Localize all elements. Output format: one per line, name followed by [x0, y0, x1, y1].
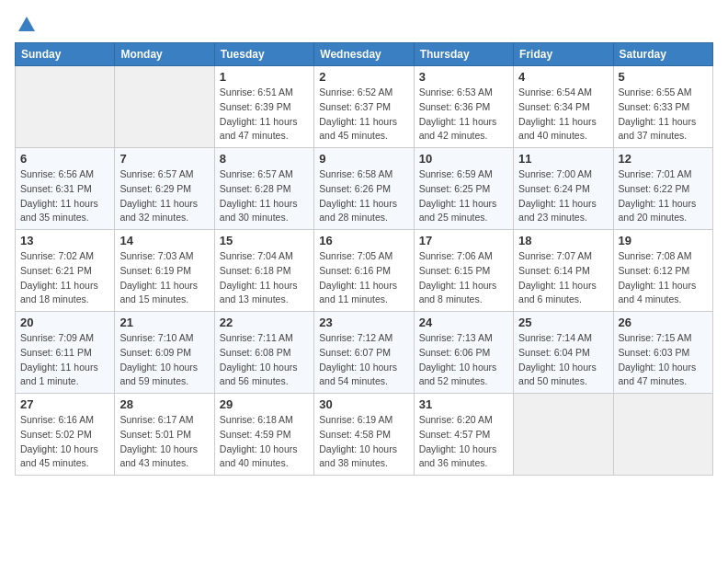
day-number: 17 — [419, 234, 508, 247]
week-row-5: 27Sunrise: 6:16 AMSunset: 5:02 PMDayligh… — [16, 394, 713, 476]
day-cell: 26Sunrise: 7:15 AMSunset: 6:03 PMDayligh… — [613, 312, 712, 394]
day-cell: 15Sunrise: 7:04 AMSunset: 6:18 PMDayligh… — [214, 230, 313, 312]
day-number: 14 — [119, 234, 209, 247]
header-tuesday: Tuesday — [214, 43, 313, 66]
day-info: Sunrise: 6:18 AMSunset: 4:59 PMDaylight:… — [220, 413, 309, 471]
day-info: Sunrise: 6:19 AMSunset: 4:58 PMDaylight:… — [319, 413, 408, 471]
day-cell: 5Sunrise: 6:55 AMSunset: 6:33 PMDaylight… — [613, 66, 712, 148]
day-info: Sunrise: 7:01 AMSunset: 6:22 PMDaylight:… — [619, 167, 708, 225]
day-number: 13 — [20, 234, 109, 247]
page-header — [15, 15, 713, 31]
day-number: 4 — [518, 70, 608, 84]
day-info: Sunrise: 7:12 AMSunset: 6:07 PMDaylight:… — [319, 331, 408, 389]
day-cell — [514, 394, 613, 476]
day-number: 1 — [220, 70, 309, 84]
day-cell: 31Sunrise: 6:20 AMSunset: 4:57 PMDayligh… — [414, 394, 513, 476]
day-number: 9 — [319, 152, 408, 166]
calendar-table: SundayMondayTuesdayWednesdayThursdayFrid… — [15, 42, 713, 476]
day-info: Sunrise: 7:00 AMSunset: 6:24 PMDaylight:… — [518, 167, 608, 225]
day-info: Sunrise: 7:02 AMSunset: 6:21 PMDaylight:… — [20, 249, 109, 307]
header-wednesday: Wednesday — [314, 43, 414, 66]
day-cell: 7Sunrise: 6:57 AMSunset: 6:29 PMDaylight… — [115, 148, 214, 230]
day-number: 25 — [518, 316, 608, 329]
day-info: Sunrise: 7:13 AMSunset: 6:06 PMDaylight:… — [419, 331, 508, 389]
day-cell: 6Sunrise: 6:56 AMSunset: 6:31 PMDaylight… — [16, 148, 115, 230]
day-cell: 10Sunrise: 6:59 AMSunset: 6:25 PMDayligh… — [414, 148, 513, 230]
day-cell: 24Sunrise: 7:13 AMSunset: 6:06 PMDayligh… — [414, 312, 513, 394]
day-cell: 18Sunrise: 7:07 AMSunset: 6:14 PMDayligh… — [514, 230, 613, 312]
day-info: Sunrise: 7:10 AMSunset: 6:09 PMDaylight:… — [119, 331, 209, 389]
header-saturday: Saturday — [613, 43, 712, 66]
day-info: Sunrise: 6:57 AMSunset: 6:29 PMDaylight:… — [119, 167, 209, 225]
day-info: Sunrise: 6:16 AMSunset: 5:02 PMDaylight:… — [20, 413, 109, 471]
day-number: 24 — [419, 316, 508, 329]
day-number: 22 — [220, 316, 309, 329]
day-cell: 20Sunrise: 7:09 AMSunset: 6:11 PMDayligh… — [16, 312, 115, 394]
day-cell: 22Sunrise: 7:11 AMSunset: 6:08 PMDayligh… — [214, 312, 313, 394]
calendar-header-row: SundayMondayTuesdayWednesdayThursdayFrid… — [16, 43, 713, 66]
day-cell: 9Sunrise: 6:58 AMSunset: 6:26 PMDaylight… — [314, 148, 414, 230]
day-cell: 3Sunrise: 6:53 AMSunset: 6:36 PMDaylight… — [414, 66, 513, 148]
day-number: 21 — [119, 316, 209, 329]
day-number: 30 — [319, 397, 408, 411]
day-cell: 1Sunrise: 6:51 AMSunset: 6:39 PMDaylight… — [214, 66, 313, 148]
day-number: 6 — [20, 152, 109, 166]
header-friday: Friday — [514, 43, 613, 66]
day-number: 29 — [220, 397, 309, 411]
svg-marker-0 — [18, 17, 35, 31]
day-cell: 2Sunrise: 6:52 AMSunset: 6:37 PMDaylight… — [314, 66, 414, 148]
day-info: Sunrise: 6:55 AMSunset: 6:33 PMDaylight:… — [619, 86, 708, 144]
day-cell: 30Sunrise: 6:19 AMSunset: 4:58 PMDayligh… — [314, 394, 414, 476]
day-info: Sunrise: 7:03 AMSunset: 6:19 PMDaylight:… — [119, 249, 209, 307]
day-number: 2 — [319, 70, 408, 84]
day-cell: 29Sunrise: 6:18 AMSunset: 4:59 PMDayligh… — [214, 394, 313, 476]
day-info: Sunrise: 6:53 AMSunset: 6:36 PMDaylight:… — [419, 86, 508, 144]
day-number: 26 — [619, 316, 708, 329]
day-info: Sunrise: 6:52 AMSunset: 6:37 PMDaylight:… — [319, 86, 408, 144]
day-number: 12 — [619, 152, 708, 166]
day-number: 11 — [518, 152, 608, 166]
day-cell: 23Sunrise: 7:12 AMSunset: 6:07 PMDayligh… — [314, 312, 414, 394]
day-number: 15 — [220, 234, 309, 247]
day-info: Sunrise: 6:20 AMSunset: 4:57 PMDaylight:… — [419, 413, 508, 471]
day-info: Sunrise: 7:11 AMSunset: 6:08 PMDaylight:… — [220, 331, 309, 389]
week-row-1: 1Sunrise: 6:51 AMSunset: 6:39 PMDaylight… — [16, 66, 713, 148]
day-cell: 4Sunrise: 6:54 AMSunset: 6:34 PMDaylight… — [514, 66, 613, 148]
day-info: Sunrise: 6:54 AMSunset: 6:34 PMDaylight:… — [518, 86, 608, 144]
day-number: 10 — [419, 152, 508, 166]
day-info: Sunrise: 6:59 AMSunset: 6:25 PMDaylight:… — [419, 167, 508, 225]
day-cell: 28Sunrise: 6:17 AMSunset: 5:01 PMDayligh… — [115, 394, 214, 476]
header-thursday: Thursday — [414, 43, 513, 66]
day-number: 18 — [518, 234, 608, 247]
day-cell: 13Sunrise: 7:02 AMSunset: 6:21 PMDayligh… — [16, 230, 115, 312]
day-number: 8 — [220, 152, 309, 166]
day-info: Sunrise: 6:17 AMSunset: 5:01 PMDaylight:… — [119, 413, 209, 471]
day-cell — [115, 66, 214, 148]
day-number: 28 — [119, 397, 209, 411]
day-cell: 27Sunrise: 6:16 AMSunset: 5:02 PMDayligh… — [16, 394, 115, 476]
day-number: 19 — [619, 234, 708, 247]
day-info: Sunrise: 7:05 AMSunset: 6:16 PMDaylight:… — [319, 249, 408, 307]
day-number: 3 — [419, 70, 508, 84]
week-row-3: 13Sunrise: 7:02 AMSunset: 6:21 PMDayligh… — [16, 230, 713, 312]
day-number: 20 — [20, 316, 109, 329]
day-cell — [613, 394, 712, 476]
day-number: 31 — [419, 397, 508, 411]
day-cell: 12Sunrise: 7:01 AMSunset: 6:22 PMDayligh… — [613, 148, 712, 230]
day-info: Sunrise: 6:58 AMSunset: 6:26 PMDaylight:… — [319, 167, 408, 225]
week-row-2: 6Sunrise: 6:56 AMSunset: 6:31 PMDaylight… — [16, 148, 713, 230]
day-info: Sunrise: 7:09 AMSunset: 6:11 PMDaylight:… — [20, 331, 109, 389]
day-info: Sunrise: 6:57 AMSunset: 6:28 PMDaylight:… — [220, 167, 309, 225]
day-info: Sunrise: 7:06 AMSunset: 6:15 PMDaylight:… — [419, 249, 508, 307]
day-info: Sunrise: 7:08 AMSunset: 6:12 PMDaylight:… — [619, 249, 708, 307]
week-row-4: 20Sunrise: 7:09 AMSunset: 6:11 PMDayligh… — [16, 312, 713, 394]
day-cell: 16Sunrise: 7:05 AMSunset: 6:16 PMDayligh… — [314, 230, 414, 312]
day-cell: 11Sunrise: 7:00 AMSunset: 6:24 PMDayligh… — [514, 148, 613, 230]
day-info: Sunrise: 7:14 AMSunset: 6:04 PMDaylight:… — [518, 331, 608, 389]
day-cell: 14Sunrise: 7:03 AMSunset: 6:19 PMDayligh… — [115, 230, 214, 312]
day-info: Sunrise: 6:56 AMSunset: 6:31 PMDaylight:… — [20, 167, 109, 225]
day-cell: 19Sunrise: 7:08 AMSunset: 6:12 PMDayligh… — [613, 230, 712, 312]
day-cell: 21Sunrise: 7:10 AMSunset: 6:09 PMDayligh… — [115, 312, 214, 394]
day-info: Sunrise: 7:07 AMSunset: 6:14 PMDaylight:… — [518, 249, 608, 307]
day-cell: 17Sunrise: 7:06 AMSunset: 6:15 PMDayligh… — [414, 230, 513, 312]
